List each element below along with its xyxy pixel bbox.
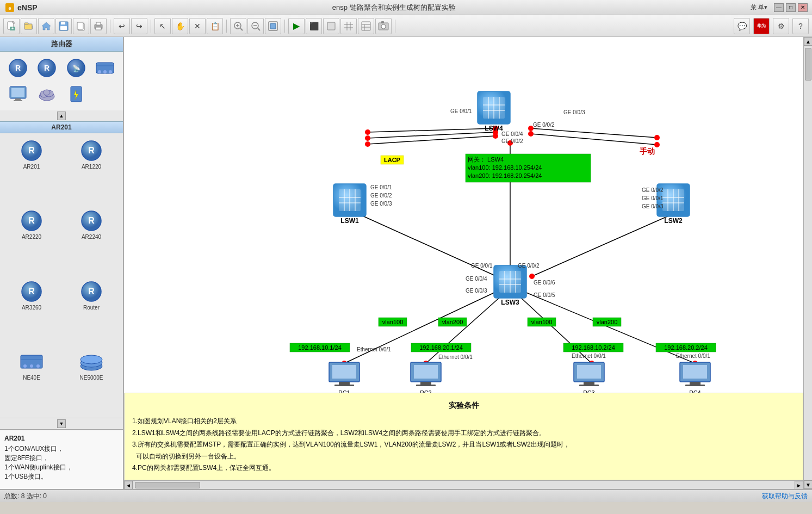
pc4-icon[interactable]: PC4 <box>680 362 710 396</box>
port-lsw4-ge004: GE 0/0/4 <box>501 131 523 137</box>
device-ar201[interactable]: R AR201 <box>3 137 60 203</box>
svg-text:R: R <box>88 216 95 225</box>
scroll-thumb-v[interactable] <box>805 48 811 80</box>
copy-button[interactable] <box>73 18 89 34</box>
svg-rect-163 <box>579 385 599 386</box>
status-help[interactable]: 获取帮助与反馈 <box>762 492 808 501</box>
sidebar-scroll-down[interactable]: ▼ <box>0 418 123 429</box>
device-ar2220[interactable]: R AR2220 <box>3 207 60 274</box>
device-ar1220[interactable]: R AR1220 <box>63 137 120 203</box>
scroll-right-arrow[interactable]: ► <box>795 481 803 489</box>
vertical-scrollbar[interactable]: ▲ ▼ <box>803 37 812 489</box>
scroll-down-arrow[interactable]: ▼ <box>804 480 812 489</box>
svg-point-101 <box>365 135 370 141</box>
stop-button[interactable]: ⬛ <box>306 18 322 34</box>
vlan100-label-1: vlan100 <box>382 319 404 325</box>
home-button[interactable] <box>38 18 54 34</box>
svg-line-23 <box>258 28 260 30</box>
svg-rect-168 <box>685 385 705 386</box>
pc1-icon[interactable]: PC1 <box>329 362 359 396</box>
paste-button[interactable]: 📋 <box>207 18 223 34</box>
sidebar-icon-empty <box>92 82 119 106</box>
status-count: 总数: 8 选中: 0 <box>4 492 47 501</box>
svg-rect-152 <box>339 382 350 385</box>
huawei-button[interactable]: 华为 <box>753 18 770 34</box>
app-name: eNSP <box>17 3 38 12</box>
redo-button[interactable]: ↪ <box>131 18 147 34</box>
menu-button[interactable]: 菜 单▾ <box>751 3 767 11</box>
canvas-area[interactable]: LSW4 LSW1 LSW2 <box>124 37 812 489</box>
table-button[interactable] <box>358 18 374 34</box>
help-button[interactable]: ? <box>792 18 809 34</box>
fit-button[interactable] <box>265 18 281 34</box>
device-ar3260[interactable]: R AR3260 <box>3 277 60 344</box>
sidebar-icon-cloud[interactable] <box>34 82 61 106</box>
zoom-in-button[interactable] <box>230 18 246 34</box>
close-button[interactable]: ✕ <box>798 3 808 12</box>
svg-rect-32 <box>362 22 370 30</box>
sidebar-info-line2: 固定8FE接口， <box>4 454 119 463</box>
svg-text:R: R <box>88 146 95 155</box>
condition-line2: 2.LSW1和LSW4之间的两条线路径需要使用LACP的方式进行链路聚合，LSW… <box>132 428 795 439</box>
svg-text:e: e <box>8 5 11 11</box>
device-ar2240-label: AR2240 <box>82 234 101 240</box>
device-ne5000e[interactable]: NE5000E <box>63 348 120 414</box>
svg-rect-17 <box>96 27 101 30</box>
horizontal-scrollbar[interactable]: ◄ ► <box>124 480 803 489</box>
svg-rect-26 <box>270 23 276 29</box>
svg-point-102 <box>365 141 370 147</box>
device-ne5000e-label: NE5000E <box>80 375 103 381</box>
eth-pc3: Ethernet 0/0/1 <box>572 353 606 359</box>
condition-line5: 4.PC的网关都需要配置LSW4上，保证全网互通。 <box>132 462 795 474</box>
zoom-out-button[interactable] <box>247 18 264 34</box>
chat-button[interactable]: 💬 <box>734 18 750 34</box>
pause-button[interactable] <box>323 18 339 34</box>
svg-rect-27 <box>327 22 335 30</box>
sidebar-info-line3: 1个WAN侧uplink接口， <box>4 463 119 472</box>
svg-rect-81 <box>124 37 803 385</box>
ip-pc4: 192.168.20.2/24 <box>664 344 708 351</box>
sidebar-scroll-up[interactable]: ▲ <box>0 110 123 121</box>
port-lsw3-ge003: GE 0/0/3 <box>466 288 487 294</box>
new-button[interactable]: + <box>3 18 20 34</box>
sidebar-router-header: 路由器 <box>0 37 123 52</box>
pc3-icon[interactable]: PC3 <box>574 362 604 396</box>
pc2-icon[interactable]: PC2 <box>411 362 441 396</box>
sidebar-icon-wireless[interactable]: 📡 <box>63 56 90 80</box>
device-ne40e[interactable]: NE40E <box>3 348 60 414</box>
maximize-button[interactable]: □ <box>786 3 796 12</box>
device-ar2240[interactable]: R AR2240 <box>63 207 120 274</box>
select-button[interactable]: ↖ <box>154 18 171 34</box>
capture-button[interactable] <box>375 18 392 34</box>
delete-button[interactable]: ✕ <box>189 18 206 34</box>
print-button[interactable] <box>90 18 107 34</box>
sidebar-icon-bolt[interactable] <box>63 82 90 106</box>
save-button[interactable] <box>55 18 72 34</box>
svg-text:R: R <box>15 64 21 72</box>
scroll-left-arrow[interactable]: ◄ <box>124 481 133 489</box>
sidebar-icon-router2[interactable]: R <box>34 56 61 80</box>
svg-text:📡: 📡 <box>72 64 80 72</box>
start-button[interactable]: ▶ <box>288 18 305 34</box>
device-router[interactable]: R Router <box>63 277 120 344</box>
open-button[interactable] <box>21 18 37 34</box>
minimize-button[interactable]: — <box>774 3 784 12</box>
eth-pc4: Ethernet 0/0/1 <box>676 353 710 359</box>
svg-point-75 <box>30 364 33 368</box>
sidebar-icon-monitor[interactable] <box>4 82 32 106</box>
device-ar1220-label: AR1220 <box>82 164 101 170</box>
svg-point-98 <box>528 131 534 137</box>
svg-rect-153 <box>334 385 354 386</box>
pan-button[interactable]: ✋ <box>172 18 188 34</box>
settings-button[interactable]: ⚙ <box>773 18 789 34</box>
titlebar-left: e eNSP <box>4 2 38 13</box>
scroll-up-arrow[interactable]: ▲ <box>804 37 812 46</box>
port-lsw2-ge003: GE 0/0/3 <box>642 203 664 209</box>
scroll-thumb-h[interactable] <box>135 482 200 488</box>
port-lsw3-ge005: GE 0/0/5 <box>534 292 555 298</box>
undo-button[interactable]: ↩ <box>114 18 130 34</box>
sidebar-icon-router3[interactable] <box>92 56 119 80</box>
grid-button[interactable] <box>340 18 357 34</box>
port-lsw3-ge004: GE 0/0/4 <box>466 276 487 282</box>
sidebar-icon-router1[interactable]: R <box>4 56 32 80</box>
